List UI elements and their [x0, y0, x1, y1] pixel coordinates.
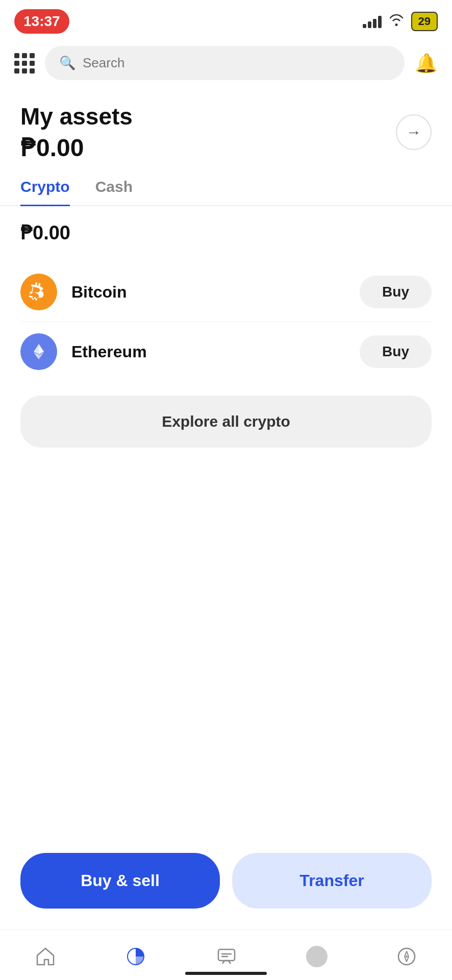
bottom-bar-line: [185, 972, 267, 975]
status-right: 29: [363, 12, 438, 31]
pie-chart-icon: [124, 945, 147, 968]
crypto-balance: ₱0.00: [20, 222, 432, 244]
wifi-icon: [389, 13, 404, 30]
assets-title: My assets: [20, 103, 133, 130]
bitcoin-buy-button[interactable]: Buy: [360, 276, 432, 308]
status-bar: 13:37 29: [0, 0, 452, 40]
profile-avatar: [306, 946, 328, 967]
svg-point-10: [406, 955, 408, 958]
home-icon: [34, 945, 57, 968]
ethereum-icon: [20, 333, 57, 370]
transfer-button[interactable]: Transfer: [232, 853, 432, 909]
bitcoin-icon: [20, 274, 57, 310]
bitcoin-name: Bitcoin: [71, 283, 360, 302]
ethereum-row: Ethereum Buy: [20, 322, 432, 381]
nav-item-compass[interactable]: [385, 941, 428, 972]
chat-icon: [215, 945, 238, 968]
nav-item-home[interactable]: [24, 941, 67, 972]
search-icon: 🔍: [59, 55, 76, 71]
search-input[interactable]: [83, 55, 390, 71]
compass-icon: [395, 945, 418, 968]
top-nav: 🔍 🔔: [0, 40, 452, 88]
assets-header: My assets ₱0.00 →: [20, 103, 432, 162]
tab-crypto[interactable]: Crypto: [20, 178, 70, 206]
explore-all-crypto-button[interactable]: Explore all crypto: [20, 396, 432, 448]
signal-icon: [363, 15, 382, 28]
bitcoin-row: Bitcoin Buy: [20, 262, 432, 322]
bell-icon[interactable]: 🔔: [415, 53, 438, 74]
buy-sell-button[interactable]: Buy & sell: [20, 853, 220, 909]
ethereum-name: Ethereum: [71, 342, 360, 361]
assets-info: My assets ₱0.00: [20, 103, 133, 162]
assets-section: My assets ₱0.00 →: [0, 88, 452, 162]
action-buttons: Buy & sell Transfer: [0, 853, 452, 909]
status-time: 13:37: [14, 9, 69, 34]
menu-icon[interactable]: [14, 53, 35, 74]
nav-item-profile[interactable]: [296, 942, 338, 971]
ethereum-buy-button[interactable]: Buy: [360, 335, 432, 368]
search-bar[interactable]: 🔍: [45, 46, 405, 80]
crypto-content: ₱0.00 Bitcoin Buy Ethereum Buy Explore a…: [0, 206, 452, 463]
nav-item-messages[interactable]: [205, 941, 248, 972]
tabs: Crypto Cash: [0, 162, 452, 206]
tab-cash[interactable]: Cash: [95, 178, 133, 206]
battery-indicator: 29: [411, 12, 438, 31]
nav-item-portfolio[interactable]: [114, 941, 157, 972]
assets-detail-button[interactable]: →: [396, 114, 432, 150]
arrow-right-icon: →: [406, 124, 421, 141]
assets-total: ₱0.00: [20, 133, 133, 162]
svg-rect-5: [218, 949, 235, 961]
